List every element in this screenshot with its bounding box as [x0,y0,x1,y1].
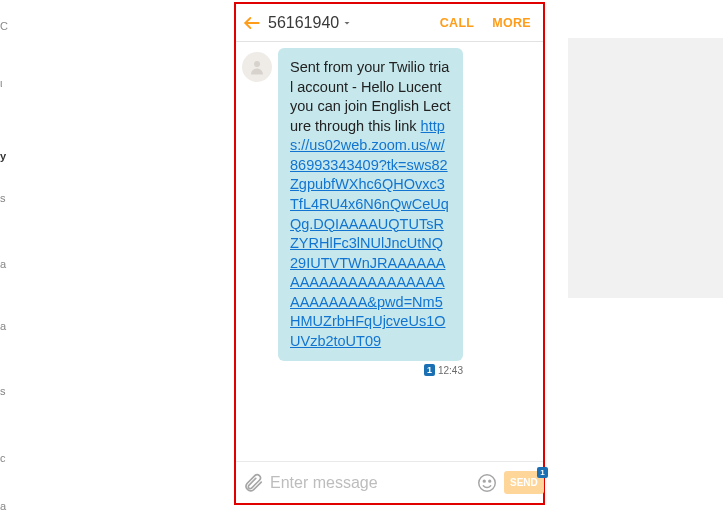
side-panel [568,38,723,298]
back-arrow-icon[interactable] [242,13,262,33]
message-input[interactable] [270,474,470,492]
sim-send-badge: 1 [537,467,547,478]
bg-fragment: s [0,385,6,397]
phone-frame: 56161940 CALL MORE Sent from your Twilio… [234,2,545,505]
bg-fragment: a [0,258,6,270]
message-link[interactable]: https://us02web.zoom.us/w/86993343409?tk… [290,118,449,349]
person-icon [248,58,266,76]
sim-badge: 1 [424,364,435,376]
svg-point-1 [254,61,260,67]
bg-fragment: a [0,320,6,332]
messages-list[interactable]: Sent from your Twilio trial account - He… [236,42,543,461]
message-row: Sent from your Twilio trial account - He… [242,48,533,376]
bg-fragment: a [0,500,6,510]
conversation-header: 56161940 CALL MORE [236,4,543,42]
svg-point-4 [489,480,491,482]
bg-fragment: s [0,192,6,204]
more-button[interactable]: MORE [486,12,537,34]
attach-icon[interactable] [242,472,264,494]
send-button[interactable]: SEND 1 [504,471,544,494]
message-time: 12:43 [438,365,463,376]
send-label: SEND [510,477,538,488]
message-bubble[interactable]: Sent from your Twilio trial account - He… [278,48,463,361]
message-meta: 1 12:43 [424,364,463,376]
composer: SEND 1 [236,461,543,503]
phone-number: 56161940 [268,14,339,32]
emoji-icon[interactable] [476,472,498,494]
dropdown-icon [341,17,353,29]
svg-point-2 [479,474,496,491]
bg-fragment: y [0,150,6,162]
bg-fragment: c [0,452,6,464]
svg-point-3 [483,480,485,482]
bubble-wrap: Sent from your Twilio trial account - He… [278,48,463,376]
avatar[interactable] [242,52,272,82]
call-button[interactable]: CALL [434,12,481,34]
bg-fragment: C [0,20,8,32]
conversation-title[interactable]: 56161940 [268,14,353,32]
bg-fragment: ι [0,77,2,89]
